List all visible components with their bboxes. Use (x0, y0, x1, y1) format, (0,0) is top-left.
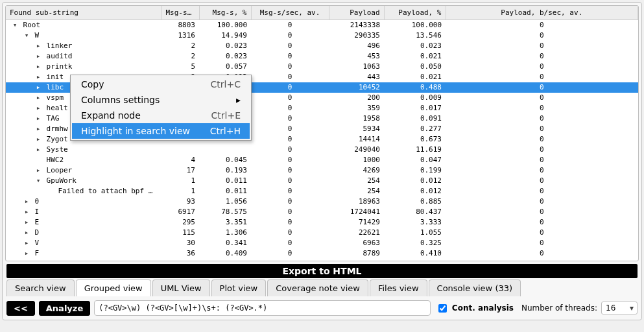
cell-value: 0 (446, 20, 638, 31)
cell-value: 5934 (329, 124, 384, 134)
cell-value: 1.056 (199, 196, 251, 207)
cell-value: 6963 (329, 238, 384, 248)
expand-arrow-icon[interactable]: ▸ (34, 103, 42, 113)
cell-value: 0 (251, 113, 329, 124)
expand-arrow-icon[interactable]: ▸ (34, 165, 42, 176)
menu-highlight-in-search[interactable]: Highlight in search view Ctrl+H (72, 123, 250, 139)
expand-arrow-icon[interactable]: ▾ (34, 176, 42, 186)
col-msgs-pct[interactable]: Msg-s, % (199, 6, 251, 20)
col-found-substring[interactable]: Found sub-string (6, 6, 161, 20)
tab-coverage[interactable]: Coverage note view (267, 279, 368, 296)
tab-search[interactable]: Search view (6, 279, 75, 296)
tab-uml[interactable]: UML View (152, 279, 210, 296)
cell-value: 0.045 (199, 155, 251, 165)
tab-console[interactable]: Console view (33) (429, 279, 521, 296)
cell-value: 1.055 (384, 228, 446, 238)
table-row[interactable]: ▸ 0931.0560189630.8850 (6, 196, 638, 207)
table-row[interactable]: HWC240.045010000.0470 (6, 155, 638, 165)
row-context-menu: Copy Ctrl+C Columns settings Expand node… (70, 75, 252, 141)
table-row[interactable]: ▸ D1151.3060226211.0550 (6, 228, 638, 238)
table-row[interactable]: ▸ Syste024904011.6190 (6, 145, 638, 155)
cell-value: 0.009 (384, 259, 446, 261)
table-row[interactable]: ▸ Looper170.193042690.1990 (6, 165, 638, 176)
cell-value: 0 (446, 217, 638, 228)
cell-value: 200 (329, 93, 384, 103)
cont-analysis-checkbox[interactable] (438, 304, 447, 313)
expand-arrow-icon[interactable]: ▸ (34, 51, 42, 62)
cont-analysis-label: Cont. analysis (452, 303, 514, 313)
table-row[interactable]: ▾ W131614.949029033513.5460 (6, 30, 638, 41)
menu-expand-node[interactable]: Expand node Ctrl+E (72, 108, 250, 123)
expand-arrow-icon[interactable]: ▸ (23, 217, 30, 228)
cell-value: 0.050 (384, 62, 446, 72)
col-payload-sec[interactable]: Payload, b/sec, av. (446, 6, 638, 20)
table-row[interactable]: ▸ I691778.5750172404180.4370 (6, 207, 638, 217)
expand-arrow-icon[interactable]: ▸ (34, 113, 42, 124)
table-row[interactable]: ▸ auditd20.02304530.0210 (6, 51, 638, 62)
cell-value: 14414 (329, 134, 384, 145)
expand-arrow-icon[interactable]: ▸ (23, 207, 30, 217)
expand-arrow-icon[interactable]: ▸ (23, 228, 30, 238)
expand-arrow-icon[interactable]: ▸ (34, 145, 42, 155)
menu-copy[interactable]: Copy Ctrl+C (72, 77, 250, 92)
cell-value: 78.575 (199, 207, 251, 217)
table-row[interactable]: ▸ F360.409087890.4100 (6, 248, 638, 259)
table-row[interactable]: ▸ E2953.3510714293.3330 (6, 217, 638, 228)
expand-arrow-icon[interactable]: ▾ (23, 30, 30, 41)
table-header-row: Found sub-string Msg-s ▲ Msg-s, % Msg-s/… (6, 6, 638, 20)
regex-input[interactable] (94, 300, 431, 316)
expand-arrow-icon[interactable]: ▸ (23, 248, 30, 259)
tab-plot[interactable]: Plot view (211, 279, 267, 296)
expand-arrow-icon[interactable]: ▸ (34, 124, 42, 134)
expand-arrow-icon[interactable]: ▸ (34, 72, 42, 82)
table-row[interactable]: ▸ linker20.02304960.0230 (6, 41, 638, 51)
table-row[interactable]: ▸ printk50.057010630.0500 (6, 62, 638, 72)
table-row[interactable]: ▾ GpuWork10.01102540.0120 (6, 176, 638, 186)
table-row[interactable]: ▸ V300.341069630.3250 (6, 238, 638, 248)
cell-value: 0.341 (199, 238, 251, 248)
table-row[interactable]: ▸ t10.01101970.0090 (6, 259, 638, 261)
cell-value: 0 (251, 134, 329, 145)
expand-arrow-icon[interactable]: ▸ (23, 238, 30, 248)
cell-value: 0 (446, 228, 638, 238)
table-row[interactable]: ▾ Root8803100.00002143338100.0000 (6, 20, 638, 31)
expand-arrow-icon[interactable]: ▸ (34, 62, 42, 72)
tab-files[interactable]: Files view (370, 279, 427, 296)
cell-value: 5 (161, 62, 199, 72)
tab-grouped[interactable]: Grouped view (76, 279, 151, 296)
cell-value: 0.410 (384, 248, 446, 259)
cell-value: 14.949 (199, 30, 251, 41)
expand-arrow-icon[interactable]: ▸ (34, 134, 42, 145)
expand-arrow-icon[interactable]: ▸ (34, 82, 42, 93)
expand-arrow-icon[interactable]: ▸ (34, 41, 42, 51)
threads-select[interactable]: 16 (601, 302, 638, 314)
cell-value: 0.488 (384, 82, 446, 93)
expand-arrow-icon[interactable]: ▸ (34, 93, 42, 103)
cell-value (161, 145, 199, 155)
export-to-html-button[interactable]: Export to HTML (6, 264, 638, 278)
col-msgs-sec[interactable]: Msg-s/sec, av. (251, 6, 329, 20)
cell-value: 3.351 (199, 217, 251, 228)
cell-value: 0 (446, 93, 638, 103)
cell-value: 0 (446, 124, 638, 134)
cell-value: 0 (446, 165, 638, 176)
col-msgs[interactable]: Msg-s ▲ (161, 6, 199, 20)
expand-arrow-icon[interactable]: ▾ (11, 20, 19, 30)
expand-arrow-icon[interactable]: ▸ (23, 259, 30, 261)
col-payload-pct[interactable]: Payload, % (384, 6, 446, 20)
cell-value: 0.885 (384, 196, 446, 207)
back-button[interactable]: << (6, 301, 35, 316)
cell-value: 18963 (329, 196, 384, 207)
expand-arrow-icon[interactable]: ▸ (23, 196, 30, 207)
menu-columns-settings[interactable]: Columns settings (72, 92, 250, 108)
threads-label: Number of threads: (521, 303, 597, 313)
cell-value: 0.193 (199, 165, 251, 176)
col-payload[interactable]: Payload (329, 6, 384, 20)
table-row[interactable]: Failed to attach bpf …10.01102540.0120 (6, 186, 638, 196)
cell-value: 0.021 (384, 72, 446, 82)
sort-indicator-icon: ▲ (193, 10, 196, 16)
cell-value: 1.306 (199, 228, 251, 238)
cell-value: 0 (446, 30, 638, 41)
analyze-button[interactable]: Analyze (39, 301, 90, 316)
cell-value: 0.023 (384, 41, 446, 51)
